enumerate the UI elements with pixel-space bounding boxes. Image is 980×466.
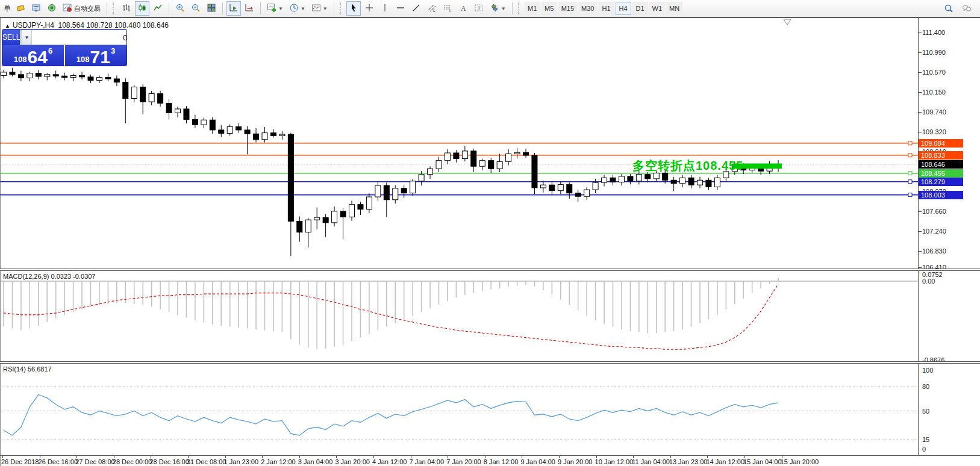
line-handle[interactable]: [908, 141, 912, 145]
macd-pane-divider[interactable]: [0, 269, 980, 271]
svg-text:A: A: [461, 4, 466, 13]
periods-icon: [289, 3, 299, 14]
autotrading-button[interactable]: 自动交易: [60, 1, 103, 16]
line-handle[interactable]: [908, 172, 912, 175]
timeframe-h1[interactable]: H1: [599, 2, 614, 15]
toolbar-right-icons: [941, 1, 978, 16]
candle-body: [219, 130, 224, 134]
price-tick-mark: [918, 211, 922, 212]
toolbar-grip[interactable]: [340, 2, 343, 14]
templates-icon[interactable]: ▼: [309, 1, 330, 16]
timeframe-d1[interactable]: D1: [632, 2, 648, 15]
current-price-label[interactable]: 108.646: [919, 160, 963, 169]
line-chart-icon[interactable]: [151, 1, 165, 16]
lot-size-input[interactable]: [32, 30, 127, 45]
dropdown-caret-icon[interactable]: ▼: [278, 6, 283, 11]
chart-shift-marker-icon[interactable]: [784, 19, 791, 25]
rsi-indicator-label: RSI(14) 56.6817: [3, 365, 52, 373]
horizontal-line-icon[interactable]: [393, 1, 408, 16]
indicators-icon[interactable]: ▼: [264, 1, 286, 16]
rsi-pane-divider[interactable]: [0, 361, 980, 364]
sell-price-button[interactable]: 108 64 6: [2, 45, 64, 66]
dropdown-caret-icon[interactable]: ▼: [323, 6, 328, 11]
price-line-label-108.833[interactable]: 108.833: [919, 151, 963, 160]
rsi-line: [4, 395, 778, 436]
candle-body: [245, 130, 250, 134]
search-icon[interactable]: [941, 1, 956, 16]
news-icon[interactable]: [45, 1, 59, 16]
trend-annotation-text[interactable]: 多空转折点108.455: [632, 158, 743, 174]
zoom-out-icon[interactable]: [189, 1, 203, 16]
zoom-in-icon: [175, 3, 185, 14]
candle-body: [445, 153, 450, 161]
chart-shift-icon[interactable]: [242, 1, 257, 16]
toolbar-grip[interactable]: [113, 2, 116, 14]
candle-body: [366, 197, 372, 210]
candle-body: [375, 185, 381, 197]
crosshair-icon[interactable]: [362, 1, 376, 16]
vertical-line-icon[interactable]: [378, 1, 392, 16]
text-icon: A: [458, 3, 468, 14]
candle-body: [593, 182, 598, 190]
new-order-label[interactable]: 单: [2, 4, 12, 14]
line-handle[interactable]: [908, 193, 912, 197]
candlestick-chart-icon[interactable]: [135, 1, 149, 16]
price-line-label-109.084[interactable]: 109.084: [919, 139, 963, 148]
dropdown-caret-icon[interactable]: ▼: [301, 6, 305, 11]
arrows-icon[interactable]: ▼: [487, 1, 508, 16]
cursor-icon[interactable]: [346, 1, 361, 16]
horizontal-line-icon: [396, 3, 405, 14]
timeframe-m1[interactable]: M1: [525, 2, 540, 15]
price-line-label-108.279[interactable]: 108.279: [919, 178, 963, 186]
trendline-icon: [411, 3, 421, 14]
lot-decrease-button[interactable]: ▼: [21, 30, 32, 45]
zoom-in-icon[interactable]: [173, 1, 187, 16]
candle-body: [166, 103, 172, 113]
timeframe-m5[interactable]: M5: [541, 2, 557, 15]
terminal-icon[interactable]: [29, 1, 43, 16]
time-label-8: 3 Jan 04:00: [298, 458, 333, 465]
timeframe-w1[interactable]: W1: [649, 2, 666, 15]
macd-axis-0.00: 0.00: [922, 278, 935, 285]
auto-scroll-icon[interactable]: [226, 1, 241, 16]
tile-windows-icon[interactable]: [204, 1, 219, 16]
timeframe-h4[interactable]: H4: [616, 2, 631, 15]
line-handle[interactable]: [908, 180, 912, 184]
timeframe-m15[interactable]: M15: [558, 2, 577, 15]
text-icon[interactable]: A: [456, 1, 470, 16]
trendline-icon[interactable]: [409, 1, 423, 16]
equidistant-channel-icon[interactable]: E: [425, 1, 439, 16]
new-order-icon[interactable]: [13, 1, 28, 16]
candle-body: [149, 94, 154, 102]
candle-body: [314, 217, 320, 220]
candle-body: [323, 217, 328, 223]
buy-price-button[interactable]: 108 71 3: [65, 45, 126, 66]
toolbar-grip[interactable]: [518, 2, 522, 14]
chat-icon[interactable]: [960, 1, 974, 16]
bar-chart-icon[interactable]: [119, 1, 134, 16]
price-tick-mark: [918, 231, 922, 232]
periods-icon[interactable]: ▼: [287, 1, 308, 16]
time-label-13: 8 Jan 12:00: [484, 458, 519, 465]
fibonacci-icon[interactable]: F: [440, 1, 455, 16]
collapse-marker-icon[interactable]: ▲: [5, 23, 10, 29]
candlestick-chart-icon: [137, 3, 147, 14]
text-label-icon: T: [474, 3, 484, 14]
time-label-10: 4 Jan 12:00: [372, 458, 407, 465]
line-handle[interactable]: [908, 154, 912, 157]
text-label-icon[interactable]: T: [472, 1, 486, 16]
chart-canvas[interactable]: [0, 0, 980, 466]
price-line-label-108.455[interactable]: 108.455: [919, 169, 963, 178]
candle-body: [80, 75, 85, 76]
sell-button[interactable]: SELL: [2, 30, 20, 45]
rsi-axis-100: 100: [922, 367, 933, 374]
timeframe-mn[interactable]: MN: [666, 2, 682, 15]
price-line-label-108.003[interactable]: 108.003: [919, 191, 963, 199]
fibonacci-icon: F: [443, 3, 452, 14]
mt4-window: 单自动交易▼▼▼EFAT▼M1M5M15M30H1H4D1W1MN ▲USDJP…: [0, 0, 980, 466]
candle-body: [393, 188, 398, 200]
time-label-7: 2 Jan 12:00: [261, 458, 296, 465]
timeframe-m30[interactable]: M30: [578, 2, 597, 15]
dropdown-caret-icon[interactable]: ▼: [501, 6, 506, 11]
symbol-period-label: USDJPY-,H4: [13, 21, 54, 30]
